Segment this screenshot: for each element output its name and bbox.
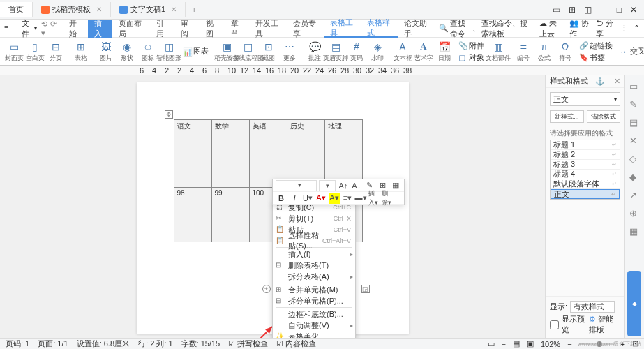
menu-table-style[interactable]: 表格样式 [361,20,398,38]
share-button[interactable]: ⮌ 分享 [596,18,615,39]
panel-close-icon[interactable]: ✕ [614,77,620,86]
table-move-handle[interactable]: ✥ [165,110,173,119]
preview-checkbox[interactable] [550,320,559,329]
minimize-icon[interactable]: — [600,5,608,15]
td[interactable]: 98 [174,188,211,242]
add-tab[interactable]: + [186,6,202,14]
context-item[interactable]: ⊟删除表格(T) [273,260,355,271]
rb-attach[interactable]: 📎附件 [458,40,484,51]
style-item[interactable]: 正文↵ [551,189,620,199]
context-item[interactable]: ✂剪切(T)Ctrl+X [273,213,355,224]
close-icon[interactable]: ✕ [171,6,177,13]
status-content[interactable]: ☑ 内容检查 [276,339,316,349]
rb-icon[interactable]: ☺图标 [138,39,158,64]
app-menu-icon[interactable]: ≡ [4,23,13,34]
view-web-icon[interactable]: ▤ [513,339,520,348]
th-geo[interactable]: 地理 [324,120,362,133]
context-item[interactable]: 拆分表格(A)▸ [273,271,355,282]
more-icon[interactable]: ⋮ [620,24,628,33]
th-chinese[interactable]: 语文 [174,120,211,133]
fontcolor-button[interactable]: A▾ [315,193,327,204]
context-item[interactable]: 插入(I)▸ [273,248,355,260]
th-history[interactable]: 历史 [287,120,324,133]
add-row-handle[interactable]: + [262,285,271,293]
status-pos[interactable]: 设置值: 6.8厘米 [77,339,130,349]
rb-date[interactable]: 📅日期 [435,39,454,64]
th-english[interactable]: 英语 [249,120,287,133]
rb-link[interactable]: 🔗超链接 [579,40,613,51]
zoom-value[interactable]: 102% [541,340,560,348]
panel-pin-icon[interactable]: ⚓ [595,77,605,86]
status-spell[interactable]: ☑ 拼写检查 [228,339,268,349]
side-tool-icon[interactable]: ▭ [629,81,641,92]
td[interactable]: 99 [211,188,249,242]
shrink-font[interactable]: A↓ [351,180,362,191]
menu-dev[interactable]: 开发工具 [249,20,286,38]
context-item[interactable]: ⊟拆分单元格(P)... [273,295,355,306]
style-item[interactable]: 标题 2↵ [551,150,620,160]
rb-watermark[interactable]: ◈水印 [368,39,387,64]
menu-view[interactable]: 视图 [200,20,225,38]
context-item[interactable]: ✨表格美化 [273,331,355,338]
maximize-icon[interactable]: □ [617,5,622,15]
style-item[interactable]: 默认段落字体↵ [551,179,620,189]
context-item[interactable]: ⊞合并单元格(M) [273,284,355,295]
style-item[interactable]: 标题 3↵ [551,160,620,170]
expand-icon[interactable]: ⌃ [634,24,640,33]
fontsize-combo[interactable]: ▾ [319,180,336,191]
td[interactable] [211,133,249,188]
side-tool-icon[interactable]: ▤ [629,117,641,128]
collab-button[interactable]: 👥 协作 [569,18,590,39]
rb-crossref[interactable]: ↔交叉引用 [620,46,644,57]
cloud-status[interactable]: ☁ 未上云 [539,18,564,39]
td[interactable] [174,133,211,188]
close-window-icon[interactable]: ✕ [630,5,637,15]
status-page[interactable]: 页码: 1 [6,339,29,349]
side-tool-icon[interactable]: ▦ [629,226,641,237]
rb-picture[interactable]: 🖼图片 [96,39,116,64]
tab-home[interactable]: 首页 [0,2,33,17]
side-tool-icon[interactable]: ✎ [629,99,641,110]
delete-btn[interactable]: 删除▾ [382,193,393,204]
show-value[interactable]: 有效样式 [570,301,615,313]
rb-more[interactable]: ⋯更多 [280,39,299,64]
menu-layout[interactable]: 页面布局 [112,20,149,38]
side-tool-icon[interactable]: ⊕ [629,208,641,219]
menu-vip[interactable]: 会员专享 [287,20,324,38]
rb-flow[interactable]: ◫在线流程图 [238,39,257,64]
rb-textbox[interactable]: A文本框 [393,39,412,64]
menu-thesis[interactable]: 论文助手 [398,20,435,38]
rb-cover[interactable]: ▭封面页 [4,39,24,64]
context-item[interactable]: 📋选择性粘贴(S)...Ctrl+Alt+V [273,235,355,246]
fill-button[interactable]: ▬▾ [355,193,366,204]
rb-mind[interactable]: ⊡截图 [259,39,278,64]
rb-symbol[interactable]: Ω符号 [555,39,575,64]
resize-handle[interactable]: ◲ [361,285,370,293]
side-tool-icon[interactable]: ◇ [629,154,641,165]
smart-layout-link[interactable]: ⚙ 智能排版 [589,314,620,335]
style-item[interactable]: 标题 4↵ [551,170,620,179]
side-tool-icon[interactable]: ✕ [629,135,641,147]
rb-table[interactable]: ⊞表格 [71,39,91,64]
align-button[interactable]: ≡▾ [342,193,353,204]
rb-break[interactable]: ⊟分页 [46,39,66,64]
close-icon[interactable]: ✕ [96,6,102,13]
highlight-button[interactable]: A▾ [329,193,340,204]
menu-ref[interactable]: 引用 [150,20,175,38]
rb-formula[interactable]: π公式 [534,39,554,64]
rb-chart[interactable]: 📊图表 [183,46,209,57]
font-combo[interactable]: ▾ [276,180,317,191]
new-style-button[interactable]: 新样式... [550,110,584,123]
rb-obj[interactable]: ▢对象 [458,52,484,63]
side-tool-icon[interactable]: ◆ [629,172,641,183]
rb-pagenum[interactable]: #页码 [347,39,366,64]
side-tool-icon[interactable]: ↗ [629,190,641,201]
view-print-icon[interactable]: ▭ [488,339,495,348]
rb-number[interactable]: ≣编号 [514,39,533,64]
context-item[interactable]: 边框和底纹(B)... [273,309,355,320]
tab-template[interactable]: 找稻壳模板✕ [33,2,111,17]
app-icon[interactable]: ▭ [553,5,560,15]
search-box[interactable]: 🔍查找命令、查找命令、搜索模板 [435,17,534,40]
tab-doc[interactable]: 文字文稿1✕ [111,2,186,17]
status-rc[interactable]: 行: 2 列: 1 [138,339,173,349]
